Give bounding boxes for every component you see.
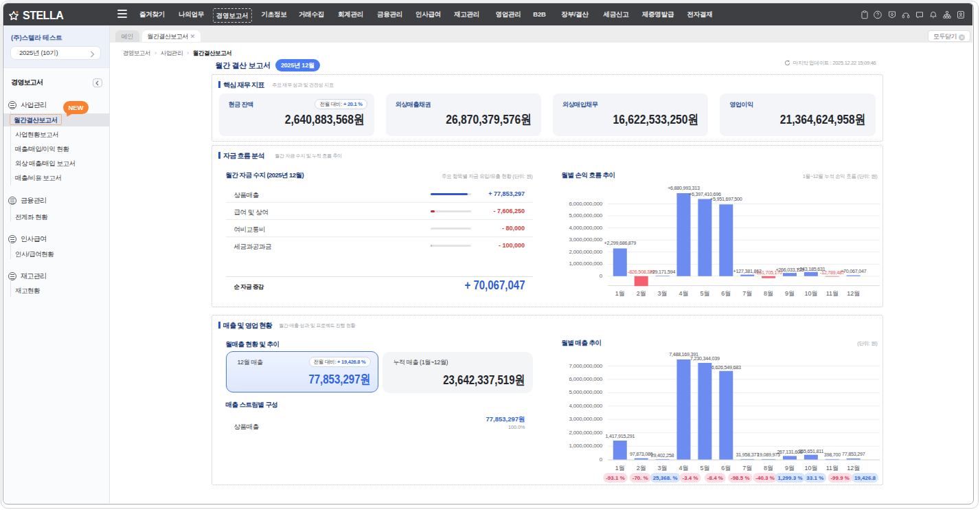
svg-text:+6,880,993,313: +6,880,993,313 [668, 185, 700, 191]
svg-text:29,402,258: 29,402,258 [650, 452, 674, 458]
svg-text:11월: 11월 [825, 289, 838, 296]
svg-text:3,000,000,000: 3,000,000,000 [569, 236, 602, 243]
svg-text:-3.4 %: -3.4 % [682, 474, 698, 480]
svg-text:1,000,000,000: 1,000,000,000 [569, 443, 602, 449]
svg-text:10월: 10월 [804, 289, 817, 296]
svg-text:1월: 1월 [615, 289, 624, 296]
svg-text:6월: 6월 [721, 464, 731, 471]
svg-text:1,417,915,291: 1,417,915,291 [605, 433, 635, 439]
svg-text:4월: 4월 [679, 464, 688, 471]
svg-text:398,700: 398,700 [823, 451, 840, 457]
svg-text:8월: 8월 [764, 289, 773, 296]
svg-text:4월: 4월 [679, 289, 688, 296]
svg-text:-8.4 %: -8.4 % [707, 474, 722, 480]
svg-text:12월: 12월 [847, 464, 860, 471]
svg-text:97,873,086: 97,873,086 [629, 450, 652, 456]
svg-text:7,230,344,039: 7,230,344,039 [690, 355, 720, 362]
svg-text:-70. %: -70. % [632, 474, 648, 480]
svg-text:+70,067,047: +70,067,047 [840, 267, 866, 274]
svg-text:2,000,000,000: 2,000,000,000 [569, 429, 602, 435]
svg-text:-99.9 %: -99.9 % [830, 474, 850, 480]
svg-text:9월: 9월 [784, 464, 794, 471]
svg-text:6,626,549,683: 6,626,549,683 [711, 364, 740, 370]
svg-text:6,000,000,000: 6,000,000,000 [569, 200, 602, 206]
svg-text:77,853,297: 77,853,297 [841, 450, 865, 456]
svg-text:2월: 2월 [636, 464, 646, 471]
svg-text:10월: 10월 [804, 464, 817, 471]
svg-text:0: 0 [599, 456, 602, 462]
svg-text:1월: 1월 [615, 464, 624, 471]
svg-text:33.1 %: 33.1 % [806, 474, 823, 480]
svg-text:0: 0 [599, 272, 602, 278]
svg-text:1,000,000,000: 1,000,000,000 [569, 260, 602, 267]
svg-text:-98.5 %: -98.5 % [731, 474, 750, 480]
svg-text:3월: 3월 [657, 464, 667, 471]
svg-text:4,000,000,000: 4,000,000,000 [569, 224, 602, 230]
svg-text:6,000,000,000: 6,000,000,000 [569, 376, 602, 382]
svg-text:2,000,000,000: 2,000,000,000 [569, 248, 602, 254]
svg-text:+2,299,686,879: +2,299,686,879 [604, 240, 636, 246]
svg-text:3월: 3월 [657, 289, 667, 296]
svg-text:+5,951,697,500: +5,951,697,500 [709, 196, 742, 202]
svg-text:12월: 12월 [847, 289, 860, 296]
svg-text:8월: 8월 [764, 464, 773, 471]
svg-text:+29,171,594: +29,171,594 [649, 269, 675, 275]
svg-text:3,000,000,000: 3,000,000,000 [569, 416, 602, 422]
svg-text:1,299.3 %: 1,299.3 % [777, 474, 802, 480]
svg-text:9월: 9월 [784, 289, 794, 296]
svg-text:5월: 5월 [700, 464, 709, 471]
svg-text:25,368. %: 25,368. % [652, 474, 677, 480]
svg-text:7월: 7월 [742, 289, 752, 296]
svg-text:19,426.8: 19,426.8 [854, 474, 876, 480]
svg-text:355,651,811: 355,651,811 [798, 447, 823, 454]
svg-text:2월: 2월 [636, 289, 646, 296]
svg-text:11월: 11월 [825, 464, 838, 471]
svg-text:6월: 6월 [721, 289, 731, 296]
svg-text:5,000,000,000: 5,000,000,000 [569, 212, 602, 219]
svg-text:4,000,000,000: 4,000,000,000 [569, 402, 602, 408]
svg-text:5,000,000,000: 5,000,000,000 [569, 389, 602, 395]
svg-text:-93.1 %: -93.1 % [606, 474, 625, 480]
svg-text:31,958,377: 31,958,377 [736, 451, 759, 457]
svg-text:7월: 7월 [742, 464, 752, 471]
svg-text:-40.3 %: -40.3 % [755, 474, 775, 480]
svg-text:7,000,000,000: 7,000,000,000 [569, 362, 602, 368]
svg-text:5월: 5월 [700, 289, 709, 296]
